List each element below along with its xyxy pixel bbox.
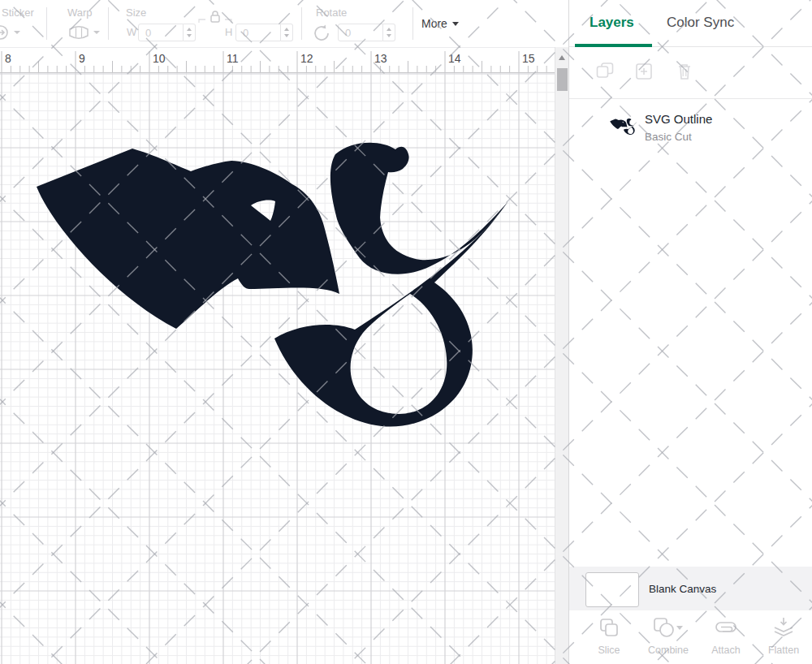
- add-layer-icon[interactable]: [635, 62, 653, 81]
- lock-aspect-icon[interactable]: [197, 9, 233, 25]
- toolbar-divider: [46, 7, 47, 40]
- stepper-down-icon[interactable]: [284, 34, 289, 37]
- toolbar-divider: [301, 7, 302, 40]
- blank-canvas-row[interactable]: Blank Canvas: [569, 567, 812, 610]
- slice-label: Slice: [583, 645, 635, 656]
- panel-divider: [569, 98, 812, 99]
- attach-button[interactable]: Attach: [700, 617, 752, 656]
- stepper-up-icon[interactable]: [187, 28, 192, 31]
- blank-canvas-thumbnail: [585, 572, 639, 607]
- width-stepper[interactable]: [184, 24, 196, 41]
- blank-canvas-label: Blank Canvas: [649, 583, 716, 595]
- rotate-stepper[interactable]: [383, 24, 395, 41]
- ruler-number: 12: [300, 52, 313, 65]
- warp-dropdown-chevron-icon[interactable]: [93, 31, 100, 34]
- rotate-input[interactable]: 0: [338, 24, 383, 41]
- stepper-up-icon[interactable]: [284, 28, 289, 31]
- warp-icon[interactable]: [68, 25, 89, 40]
- layer-row-svg-outline[interactable]: SVG Outline Basic Cut: [569, 104, 812, 156]
- layer-thumbnail: [610, 118, 637, 136]
- warp-section-label: Warp: [67, 6, 93, 19]
- combine-button[interactable]: Combine: [642, 617, 694, 656]
- stepper-up-icon[interactable]: [387, 28, 391, 31]
- flatten-icon: [772, 617, 795, 638]
- ruler-number: 11: [227, 52, 239, 65]
- cricut-design-space-window: Sticker Warp Size W 0 H 0 Rotate: [0, 0, 812, 664]
- scrollbar-up-icon: [559, 55, 565, 60]
- height-input[interactable]: 0: [235, 24, 281, 41]
- layer-tools: [569, 62, 812, 83]
- more-menu-button[interactable]: More: [421, 17, 459, 30]
- duplicate-layer-icon[interactable]: [596, 62, 614, 81]
- sticker-section-label: Sticker: [2, 6, 34, 19]
- horizontal-ruler: 89101112131415: [0, 47, 555, 73]
- canvas-vertical-scrollbar[interactable]: [555, 47, 568, 664]
- height-field-label: H: [225, 26, 232, 38]
- layer-title: SVG Outline: [645, 112, 712, 126]
- rotate-section-label: Rotate: [316, 6, 347, 19]
- flatten-label: Flatten: [758, 645, 810, 656]
- toolbar-divider: [412, 7, 413, 40]
- stepper-down-icon[interactable]: [387, 34, 391, 37]
- more-dropdown-chevron-icon: [452, 22, 459, 26]
- width-field-label: W: [127, 26, 136, 38]
- layers-panel: Layers Color Sync SVG Outline: [568, 0, 812, 664]
- ruler-number: 10: [153, 52, 166, 65]
- edit-toolbar: Sticker Warp Size W 0 H 0 Rotate: [0, 0, 568, 47]
- flatten-button[interactable]: Flatten: [758, 617, 810, 656]
- width-input[interactable]: 0: [138, 24, 184, 41]
- design-canvas[interactable]: [0, 73, 555, 664]
- toolbar-divider: [108, 7, 109, 40]
- sticker-icon[interactable]: [0, 24, 11, 41]
- ruler-number: 13: [374, 52, 387, 65]
- tab-color-sync[interactable]: Color Sync: [667, 15, 734, 31]
- ruler-number: 15: [522, 52, 535, 65]
- delete-layer-icon[interactable]: [676, 62, 693, 81]
- layer-subtitle: Basic Cut: [645, 131, 692, 143]
- scrollbar-thumb[interactable]: [557, 68, 568, 91]
- tab-layers[interactable]: Layers: [590, 15, 634, 31]
- rotate-icon[interactable]: [313, 24, 332, 43]
- combine-icon: [653, 617, 684, 638]
- attach-label: Attach: [700, 645, 752, 656]
- slice-button[interactable]: Slice: [583, 617, 635, 656]
- height-stepper[interactable]: [281, 24, 293, 41]
- stepper-down-icon[interactable]: [187, 34, 192, 37]
- combine-label: Combine: [642, 645, 694, 656]
- active-tab-underline: [575, 44, 652, 47]
- layer-actions-bar: Slice Combine Attach: [569, 610, 812, 664]
- attach-icon: [715, 617, 737, 638]
- ruler-number: 8: [5, 52, 11, 65]
- scrollbar-up-button[interactable]: [555, 50, 569, 65]
- sticker-dropdown-chevron-icon[interactable]: [14, 31, 20, 34]
- size-section-label: Size: [126, 6, 146, 19]
- elephant-s-logo[interactable]: [32, 130, 520, 438]
- ruler-number: 9: [79, 52, 85, 65]
- slice-icon: [598, 617, 620, 638]
- ruler-number: 14: [448, 52, 461, 65]
- panel-tab-bar: Layers Color Sync: [569, 0, 812, 47]
- more-label: More: [421, 17, 447, 30]
